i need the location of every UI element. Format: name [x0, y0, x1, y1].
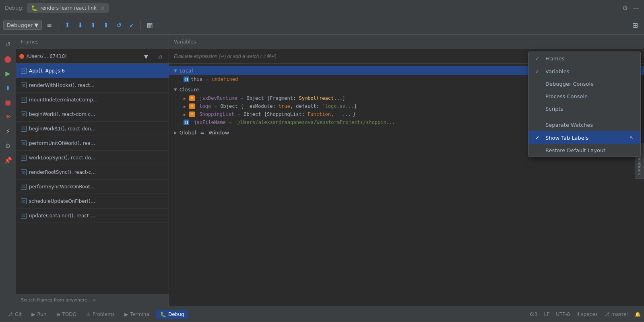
- global-value: Window: [208, 130, 229, 136]
- frame-item[interactable]: ⊡ App(), App.js:6: [16, 64, 169, 78]
- frames-check: ✓: [535, 55, 541, 62]
- minimize-icon[interactable]: —: [633, 4, 639, 12]
- run-to-cursor-btn[interactable]: ⬆: [100, 20, 111, 31]
- stop-icon[interactable]: ■: [2, 96, 14, 109]
- run-tab[interactable]: ▶ Run: [27, 310, 50, 319]
- frames-header: Frames: [16, 35, 169, 49]
- shoppinglist-icon: ≡: [189, 111, 195, 117]
- pause-icon[interactable]: ⏸: [2, 81, 14, 94]
- menu-item-debugger-console[interactable]: Debugger Console: [528, 78, 640, 90]
- frame-item[interactable]: ⊡ performUnitOfWork(), rea...: [16, 136, 169, 151]
- scripts-menu-label: Scripts: [545, 106, 563, 112]
- list-view-btn[interactable]: ≡: [43, 20, 55, 31]
- problems-tab[interactable]: ⚠ Problems: [82, 310, 119, 319]
- frame-item[interactable]: ⊡ renderRootSync(), react-c...: [16, 165, 169, 180]
- side-icons-panel: ↺ ⬤ ▶ ⏸ ■ 👁 ⚡ ⚙ 📌: [0, 35, 16, 306]
- frame-icon: ⊡: [21, 111, 27, 117]
- var-value-this: undefined: [212, 76, 238, 82]
- dropdown-arrow: ▼: [34, 22, 38, 28]
- frame-icon: ⊡: [21, 198, 27, 204]
- frame-item[interactable]: ⊡ updateContainer(), react-...: [16, 208, 169, 223]
- shoppinglist-expand[interactable]: ▶: [184, 112, 186, 117]
- menu-item-show-tab-labels[interactable]: ✓ Show Tab Labels ↖: [528, 131, 640, 144]
- frame-item[interactable]: ⊡ beginWork(), react-dom.c...: [16, 107, 169, 122]
- jsxfilename-name: _jsxFileName: [191, 120, 226, 125]
- frame-item[interactable]: ⊡ performSyncWorkOnRoot...: [16, 180, 169, 194]
- global-expand-arrow: ▶: [174, 130, 177, 135]
- variables-title: Variables: [174, 39, 196, 45]
- jsxruntime-expand[interactable]: ▶: [184, 96, 186, 101]
- git-tab[interactable]: ⎇ Git: [3, 310, 26, 319]
- frame-item[interactable]: ⊡ workLoopSync(), react-do...: [16, 151, 169, 165]
- layout-btn[interactable]: ⊞: [630, 20, 641, 31]
- frame-name: performSyncWorkOnRoot...: [29, 184, 95, 190]
- run-icon: ▶: [31, 312, 35, 317]
- frames-footer: Switch frames from anywhere.. ×: [16, 294, 169, 306]
- debugger-dropdown[interactable]: Debugger ▼: [3, 21, 42, 30]
- filter-icon-btn[interactable]: ⊿: [154, 51, 165, 62]
- show-tab-labels-label: Show Tab Labels: [545, 135, 588, 141]
- frame-item[interactable]: ⊡ renderWithHooks(), react...: [16, 78, 169, 93]
- frame-item[interactable]: ⊡ mountIndeterminateComp...: [16, 93, 169, 107]
- breakpoints-icon[interactable]: ⬤: [2, 52, 14, 65]
- cursor-step-btn[interactable]: ↙: [126, 20, 137, 31]
- jsxruntime-name: _jsxDevRuntime: [196, 95, 237, 101]
- terminal-tab[interactable]: ▶ Terminal: [120, 310, 155, 319]
- sep2: [140, 21, 141, 30]
- problems-icon: ⚠: [86, 312, 91, 317]
- debug-status-label: Debug: [168, 312, 184, 317]
- debug-tab[interactable]: 🐛 renders learn react link ×: [27, 3, 109, 13]
- terminal-icon: ▶: [124, 312, 128, 317]
- pin-icon[interactable]: 📌: [2, 154, 14, 167]
- step-back-btn[interactable]: ↺: [113, 20, 124, 31]
- footer-close-btn[interactable]: ×: [93, 297, 96, 303]
- frame-name: mountIndeterminateComp...: [29, 97, 97, 103]
- frame-icon: ⊡: [21, 126, 27, 132]
- problems-label: Problems: [93, 312, 115, 317]
- shoppinglist-value: Object {ShoppingList: Function, __...: [244, 111, 351, 117]
- continue-icon[interactable]: ▶: [2, 67, 14, 80]
- menu-item-variables[interactable]: ✓ Variables: [528, 65, 640, 78]
- menu-item-process-console[interactable]: Process Console: [528, 90, 640, 103]
- watch-icon[interactable]: 👁: [2, 110, 14, 123]
- lightning-icon[interactable]: ⚡: [2, 125, 14, 138]
- step-out-btn[interactable]: ⬆: [87, 20, 99, 31]
- frame-item[interactable]: ⊡ scheduleUpdateOnFiber()...: [16, 194, 169, 208]
- frame-icon: ⊡: [21, 97, 27, 103]
- status-right: 6:3 LF UTF-8 4 spaces ⎇ master 🔔: [530, 312, 641, 317]
- menu-item-restore-layout[interactable]: Restore Default Layout: [528, 144, 640, 157]
- mouse-cursor-indicator: ↖: [630, 135, 634, 141]
- frame-name: beginWork(), react-dom.c...: [29, 111, 95, 117]
- debug-label: Debug:: [5, 5, 24, 11]
- settings-gear-icon[interactable]: ⚙: [622, 4, 628, 12]
- step-over-btn[interactable]: ⬆: [62, 20, 73, 31]
- logo-expand[interactable]: ▶: [184, 104, 186, 109]
- frame-icon: ⊡: [21, 155, 27, 161]
- frame-name: updateContainer(), react-...: [29, 213, 95, 219]
- grid-view-btn[interactable]: ▦: [144, 20, 155, 31]
- vcs-branch[interactable]: ⎇ master: [604, 312, 628, 317]
- switch-frames-text: Switch frames from anywhere..: [21, 297, 90, 303]
- frame-name: scheduleUpdateOnFiber()...: [29, 198, 95, 204]
- rerun-icon[interactable]: ↺: [2, 38, 14, 51]
- separate-watches-label: Separate Watches: [545, 122, 593, 128]
- frames-list: ⊡ App(), App.js:6 ⊡ renderWithHooks(), r…: [16, 64, 169, 294]
- menu-separator: [528, 117, 640, 117]
- git-label: Git: [15, 312, 22, 317]
- bell-icon[interactable]: 🔔: [635, 312, 641, 317]
- tab-close-btn[interactable]: ×: [101, 5, 105, 11]
- filter-btn[interactable]: ▼: [140, 51, 152, 62]
- frame-item[interactable]: ⊡ beginWork$1(), react-don...: [16, 122, 169, 136]
- sep1: [58, 21, 58, 30]
- menu-item-frames[interactable]: ✓ Frames: [528, 52, 640, 65]
- todo-tab[interactable]: ≡ TODO: [52, 310, 80, 319]
- settings-side-icon[interactable]: ⚙: [2, 139, 14, 152]
- frame-icon: ⊡: [21, 169, 27, 175]
- debug-tab-status[interactable]: 🐛 Debug: [156, 310, 188, 319]
- step-into-btn[interactable]: ⬇: [74, 20, 86, 31]
- bug-icon: 🐛: [31, 5, 38, 11]
- closure-label: Closure: [180, 87, 199, 93]
- local-expand-arrow: ▼: [174, 68, 177, 73]
- menu-item-scripts[interactable]: Scripts: [528, 103, 640, 115]
- menu-item-separate-watches[interactable]: Separate Watches: [528, 119, 640, 131]
